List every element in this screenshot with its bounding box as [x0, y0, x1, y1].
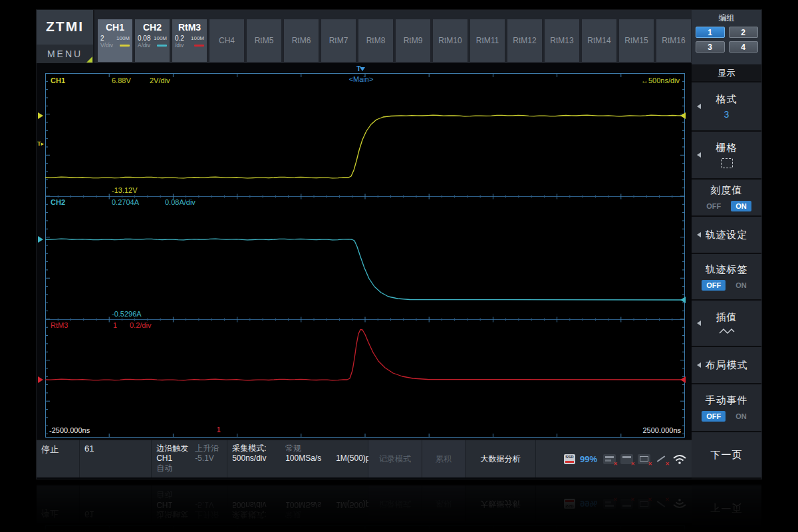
group-button-3[interactable]: 3 [696, 41, 725, 53]
trigger-mode: 自动 [156, 464, 188, 473]
scale-value-off[interactable]: OFF [702, 201, 726, 211]
logo-block: ZTMI MENU [37, 10, 94, 63]
channel-tabs: CH12100MV/divCH20.08100MA/divRtM30.2100M… [97, 19, 692, 63]
time-end-label: 2500.000ns [643, 426, 682, 434]
satellite-icon: ✕ [655, 454, 668, 464]
rtm3-scale: 0.2/div [130, 321, 151, 329]
sidebar-item-format[interactable]: 格式 3 [692, 82, 761, 130]
battery-percentage: 99% [580, 454, 597, 464]
big-data-analysis-button[interactable]: 大数据分析 [466, 440, 536, 477]
rtm3-readout: 1 [113, 321, 117, 329]
tab-rtm7[interactable]: RtM7 [321, 19, 356, 63]
rtm3-label: RtM3 [51, 321, 68, 329]
tab-rtm15[interactable]: RtM15 [618, 19, 654, 63]
acq-timebase: 500ns/div [232, 454, 281, 464]
top-bar: ZTMI MENU CH12100MV/divCH20.08100MA/divR… [37, 10, 692, 63]
tab-rtm14[interactable]: RtM14 [581, 19, 617, 63]
chevron-left-icon [697, 232, 701, 237]
trace-label-off[interactable]: OFF [702, 280, 726, 291]
ch1-min-readout: -13.12V [112, 186, 138, 194]
waveform-plot [45, 73, 685, 438]
ch2-min-readout: -0.5296A [112, 310, 142, 318]
trigger-level: -5.1V [195, 454, 219, 464]
ssd-card-icon: SSD [564, 454, 575, 464]
oscilloscope-screen: ZTMI MENU CH12100MV/divCH20.08100MA/divR… [37, 10, 761, 479]
external-display-icon: ✕ [638, 454, 650, 464]
sidebar-item-next-page[interactable]: 下一页 [692, 432, 761, 477]
tab-rtm11[interactable]: RtM11 [469, 19, 505, 63]
tab-rtm13[interactable]: RtM13 [544, 19, 580, 63]
chevron-left-icon [697, 321, 701, 326]
chevron-left-icon [697, 152, 701, 158]
ch1-level-marker-icon[interactable] [680, 112, 686, 119]
tab-rtm16[interactable]: RtM16 [656, 19, 692, 63]
tab-rtm12[interactable]: RtM12 [507, 19, 543, 63]
ch1-readout: 6.88V [112, 76, 131, 84]
time-start-label: -2500.000ns [49, 426, 90, 434]
ch1-label: CH1 [51, 76, 65, 84]
tab-rtm5[interactable]: RtM5 [246, 19, 282, 63]
wifi-icon [672, 454, 687, 465]
screen-reflection: ZTMI MENU CH12100MV/divCH20.08100MA/divR… [37, 484, 761, 532]
chevron-left-icon [697, 104, 701, 109]
tab-ch1[interactable]: CH12100MV/div [97, 19, 133, 63]
tab-rtm8[interactable]: RtM8 [358, 19, 394, 63]
sidebar-item-grid[interactable]: 栅格 [692, 132, 761, 178]
ch2-label: CH2 [51, 198, 65, 206]
sidebar-item-trace-setting[interactable]: 轨迹设定 [692, 217, 761, 253]
status-bar: 停止 61 边沿触发 CH1 自动 上升沿 -5.1V 采集模式: 常规 500… [37, 439, 692, 477]
acquisition-count: 61 [80, 440, 152, 477]
group-button-4[interactable]: 4 [729, 41, 758, 53]
scale-value-on[interactable]: ON [731, 201, 751, 211]
ch1-scale: 2V/div [150, 76, 170, 84]
group-button-2[interactable]: 2 [729, 27, 758, 38]
horizontal-scale-icon: ↔ [641, 76, 648, 84]
acq-rate: 100MSa/s [285, 454, 332, 464]
trigger-info[interactable]: 边沿触发 CH1 自动 上升沿 -5.1V [152, 440, 227, 477]
display-section-header: 显示 [692, 65, 761, 81]
tab-ch4[interactable]: CH4 [209, 19, 245, 63]
ch2-readout: 0.2704A [112, 198, 139, 206]
ch2-scale: 0.08A/div [165, 198, 196, 206]
manual-event-on[interactable]: ON [731, 411, 751, 422]
tab-rtm10[interactable]: RtM10 [432, 19, 468, 63]
tab-ch2[interactable]: CH20.08100MA/div [134, 19, 170, 63]
main-window-label: <Main> [349, 75, 374, 83]
trigger-edge: 上升沿 [195, 444, 219, 454]
group-panel: 编组 1234 [692, 10, 761, 65]
ch1-position-marker-icon[interactable] [38, 112, 43, 119]
status-icons: SSD 99% ✕ ✕ ✕ ✕ [536, 440, 692, 477]
sidebar-items: 格式 3 栅格 刻度值 OFF ON 轨迹设定 [692, 82, 761, 479]
manual-event-off[interactable]: OFF [702, 411, 726, 422]
trigger-source: CH1 [156, 454, 188, 464]
ch2-level-marker-icon[interactable] [680, 297, 686, 303]
sidebar-item-interpolation[interactable]: 插值 [692, 301, 761, 346]
group-buttons: 1234 [692, 27, 761, 53]
sidebar-item-layout-mode[interactable]: 布局模式 [692, 347, 761, 383]
group-button-1[interactable]: 1 [696, 27, 725, 38]
sidebar-item-scale-value[interactable]: 刻度值 OFF ON [692, 180, 761, 215]
ch1-trigger-level-marker[interactable]: T▸ [37, 140, 44, 147]
accumulate-button[interactable]: 累积 [422, 440, 466, 477]
sidebar-item-trace-label[interactable]: 轨迹标签 OFF ON [692, 254, 761, 299]
menu-button[interactable]: MENU [37, 45, 93, 63]
trace-label-on[interactable]: ON [731, 280, 751, 291]
acquisition-info[interactable]: 采集模式: 常规 500ns/div 100MSa/s 1M(500)pts [227, 440, 368, 477]
rtm3-position-marker-icon[interactable] [38, 376, 43, 383]
run-state[interactable]: 停止 [37, 440, 80, 477]
stage: ZTMI MENU CH12100MV/divCH20.08100MA/divR… [0, 0, 798, 532]
sidebar: 编组 1234 显示 格式 3 栅格 刻度值 OFF [692, 10, 761, 479]
printer-icon: ✕ [620, 454, 633, 464]
format-value: 3 [724, 109, 730, 120]
rtm3-trigger-marker[interactable]: 1 [217, 426, 221, 434]
tab-rtm9[interactable]: RtM9 [395, 19, 431, 63]
grid-style-icon [721, 158, 733, 168]
tab-rtm3[interactable]: RtM30.2100M/div [172, 19, 207, 63]
ch2-position-marker-icon[interactable] [38, 236, 43, 243]
sidebar-item-manual-event[interactable]: 手动事件 OFF ON [692, 384, 761, 431]
tab-rtm6[interactable]: RtM6 [283, 19, 319, 63]
trigger-position-marker[interactable]: T [356, 65, 365, 72]
rtm3-level-marker-icon[interactable] [680, 376, 686, 383]
record-mode-button[interactable]: 记录模式 [368, 440, 422, 477]
usb-device-icon: ✕ [603, 454, 616, 464]
